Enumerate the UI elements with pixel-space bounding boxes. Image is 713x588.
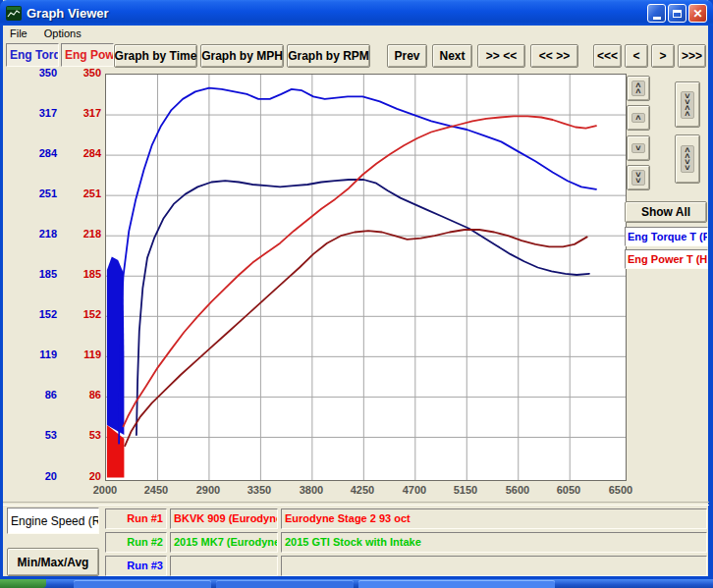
maximize-icon: [673, 10, 682, 18]
close-button[interactable]: ✕: [688, 4, 707, 23]
run-name-cell[interactable]: 2015 MK7 (Eurodyne, E: [170, 532, 278, 553]
x-tick-label: 3800: [290, 484, 333, 496]
series-curve: [124, 116, 597, 426]
scroll-up-fast-button[interactable]: ˄˄: [627, 76, 650, 101]
scroll-down-fast-icon: ˅˅: [631, 170, 644, 186]
run-name-cell[interactable]: BKVK 909 (Eurodyne, I: [170, 508, 278, 529]
y-tick-label: 53: [47, 429, 101, 441]
y-tick-label: 284: [47, 147, 101, 159]
compress-y-scale-icon: ˅˅˄˄: [681, 91, 693, 119]
x-tick-label: 5600: [496, 484, 539, 496]
scroll-down-icon: ˅: [631, 143, 644, 153]
taskbar-window-button[interactable]: [358, 580, 555, 588]
minimize-icon: [653, 17, 661, 20]
torque-axis-header: Eng Torque: [6, 43, 59, 67]
start-button-fragment[interactable]: [0, 579, 46, 588]
x-tick-label: 2450: [135, 484, 178, 496]
scroll-up-fast-icon: ˄˄: [631, 80, 644, 96]
scroll-up-icon: ˄: [631, 113, 644, 123]
legend-item-power[interactable]: Eng Power T (HP): [625, 249, 708, 269]
bottom-panel-divider: [3, 502, 709, 506]
prev-button[interactable]: Prev: [387, 44, 427, 68]
y-tick-label: 20: [47, 470, 101, 482]
compress-y-scale-button[interactable]: ˅˅˄˄: [675, 81, 700, 128]
run-desc-cell[interactable]: 2015 GTI Stock with Intake: [281, 532, 707, 553]
graph-by-time-button[interactable]: Graph by Time: [114, 44, 197, 68]
x-tick-label: 6050: [547, 484, 590, 496]
run-label[interactable]: Run #1: [105, 508, 167, 529]
y-tick-label: 350: [47, 67, 101, 79]
engine-speed-label-box[interactable]: Engine Speed (RPM: [7, 508, 99, 534]
zoom-in-x-button[interactable]: >> <<: [477, 44, 525, 68]
expand-y-scale-button[interactable]: ˄˄˅˅: [675, 134, 700, 184]
next-button[interactable]: Next: [432, 44, 472, 68]
scroll-left-fast-button[interactable]: <<<: [593, 44, 622, 68]
plot-area[interactable]: [105, 74, 627, 481]
x-tick-label: 5150: [444, 484, 487, 496]
scroll-down-fast-button[interactable]: ˅˅: [627, 165, 650, 190]
expand-y-scale-icon: ˄˄˅˅: [681, 145, 693, 173]
x-tick-label: 6500: [599, 484, 642, 496]
x-tick-label: 3350: [238, 484, 281, 496]
series-curve: [125, 230, 587, 446]
power-axis-header: Eng Power: [61, 43, 114, 67]
x-tick-label: 2900: [187, 484, 230, 496]
run-desc-cell[interactable]: Eurodyne Stage 2 93 oct: [281, 508, 707, 529]
x-tick-label: 4250: [341, 484, 384, 496]
scroll-down-button[interactable]: ˅: [627, 135, 650, 161]
y-tick-label: 317: [47, 107, 101, 119]
minimize-button[interactable]: [647, 4, 666, 23]
app-icon: [6, 6, 22, 21]
legend-item-torque[interactable]: Eng Torque T (Ft-L: [625, 227, 708, 246]
scroll-left-button[interactable]: <: [625, 44, 648, 68]
graph-by-rpm-button[interactable]: Graph by RPM: [287, 44, 370, 68]
min-max-avg-button[interactable]: Min/Max/Avg: [7, 548, 99, 576]
graph-by-mph-button[interactable]: Graph by MPH: [200, 44, 284, 68]
menu-bar: File Options: [3, 26, 708, 41]
menu-options[interactable]: Options: [37, 26, 88, 39]
run-label[interactable]: Run #2: [105, 532, 167, 553]
run-desc-cell[interactable]: [281, 556, 707, 576]
taskbar-window-button[interactable]: [74, 580, 211, 588]
taskbar-window-button[interactable]: [216, 580, 354, 588]
y-tick-label: 152: [47, 308, 101, 320]
window-title: Graph Viewer: [27, 6, 109, 21]
y-tick-label: 218: [47, 228, 101, 240]
run-start-oscillation-torque: [107, 256, 125, 435]
title-bar: Graph Viewer ✕: [0, 0, 713, 26]
y-tick-label: 119: [47, 348, 101, 360]
y-tick-label: 86: [47, 389, 101, 401]
run-label[interactable]: Run #3: [105, 556, 167, 576]
x-tick-label: 2000: [83, 484, 127, 496]
close-icon: ✕: [692, 8, 702, 20]
zoom-out-x-button[interactable]: << >>: [530, 44, 578, 68]
series-curve: [119, 88, 596, 444]
y-tick-label: 185: [47, 268, 101, 280]
graph-viewer-window: Graph Viewer ✕ File Options Eng Torque E…: [0, 0, 713, 579]
maximize-button[interactable]: [668, 4, 686, 23]
run-name-cell[interactable]: [170, 556, 278, 576]
y-tick-label: 251: [47, 187, 101, 199]
x-tick-label: 4700: [393, 484, 436, 496]
show-all-button[interactable]: Show All: [625, 201, 707, 223]
scroll-up-button[interactable]: ˄: [627, 105, 650, 131]
menu-file[interactable]: File: [3, 26, 34, 39]
taskbar: [0, 579, 713, 588]
scroll-right-button[interactable]: >: [651, 44, 675, 68]
scroll-right-fast-button[interactable]: >>>: [678, 44, 706, 68]
